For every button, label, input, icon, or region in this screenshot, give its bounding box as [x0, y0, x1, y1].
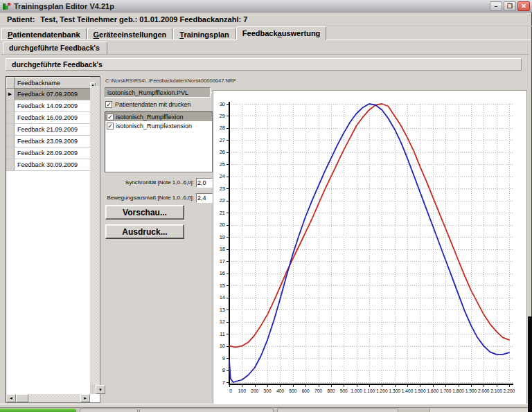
chart-ticks — [227, 105, 510, 388]
tab-geraeteeinstellungen[interactable]: Geräteeinstellungen — [87, 28, 173, 40]
chart-axes — [229, 102, 513, 384]
taskbar — [0, 407, 532, 412]
svg-text:9: 9 — [222, 355, 225, 361]
start-button[interactable] — [0, 409, 76, 412]
print-checkbox-label: Patientendaten mit drucken — [115, 101, 191, 108]
svg-text:1.900: 1.900 — [466, 388, 477, 393]
horizontal-scroll-track[interactable] — [28, 394, 80, 402]
feedback-row-label: Feedback 07.09.2009 — [15, 89, 90, 100]
feedback-list: Feedbackname ▶Feedback 07.09.2009Feedbac… — [6, 76, 100, 403]
row-marker-cell — [6, 159, 15, 170]
svg-text:1.500: 1.500 — [414, 388, 426, 393]
tab-durchgefuehrte-feedbacks[interactable]: durchgeführte Feedback's — [3, 42, 107, 54]
feedback-row[interactable]: Feedback 21.09.2009 — [6, 124, 90, 136]
svg-text:20: 20 — [220, 222, 225, 228]
measurement-checkbox[interactable]: ✓ — [107, 123, 114, 129]
vorschau-button[interactable]: Vorschau... — [105, 205, 184, 220]
svg-text:25: 25 — [220, 161, 225, 168]
tab-trainingsplan[interactable]: Trainingsplan — [173, 28, 236, 40]
svg-text:600: 600 — [302, 388, 310, 393]
taskbar-button[interactable] — [277, 409, 398, 412]
titlebar[interactable]: Trainingsplan Editor V4.21p – ❐ ✕ — [0, 0, 532, 12]
svg-text:7: 7 — [222, 379, 225, 386]
svg-text:1.000: 1.000 — [351, 388, 362, 393]
feedback-row[interactable]: Feedback 30.09.2009 — [6, 159, 90, 171]
horizontal-scroll-thumb[interactable] — [16, 394, 28, 402]
measurement-list: ✓isotonisch_Rumpfflexion✓isotonisch_Rump… — [105, 111, 213, 172]
svg-text:24: 24 — [220, 173, 225, 179]
svg-text:1.200: 1.200 — [376, 388, 388, 393]
svg-text:8: 8 — [222, 367, 225, 373]
close-icon[interactable]: ✕ — [517, 1, 530, 11]
svg-text:10: 10 — [220, 343, 225, 349]
feedback-row[interactable]: Feedback 28.09.2009 — [6, 147, 90, 159]
print-checkbox[interactable]: ✓ — [105, 101, 112, 108]
svg-text:2.100: 2.100 — [490, 388, 502, 393]
scroll-down-icon[interactable]: ▼ — [96, 385, 105, 394]
minimize-icon[interactable]: – — [490, 1, 502, 11]
vertical-scrollbar[interactable]: ▲ ▼ — [90, 77, 100, 394]
svg-text:23: 23 — [220, 186, 225, 192]
maximize-icon[interactable]: ❐ — [504, 1, 516, 11]
row-marker-cell — [6, 124, 15, 135]
marker-column-header — [6, 77, 15, 89]
feedback-list-body: ▶Feedback 07.09.2009Feedback 14.09.2009F… — [6, 89, 90, 394]
synchronitaet-input[interactable] — [196, 178, 213, 188]
scroll-right-icon[interactable]: ► — [80, 394, 90, 402]
feedback-row[interactable]: Feedback 14.09.2009 — [6, 100, 90, 112]
taskbar-button[interactable] — [139, 409, 274, 412]
svg-text:1.300: 1.300 — [389, 388, 400, 393]
measurement-item[interactable]: ✓isotonisch_Rumpfextension — [105, 121, 212, 130]
horizontal-scrollbar[interactable]: ◄ ► — [6, 394, 90, 402]
column-header-feedbackname: Feedbackname — [15, 77, 90, 89]
patient-value: Test, Test Teilnehmer geb.: 01.01.2009 F… — [40, 15, 247, 24]
svg-text:19: 19 — [220, 234, 225, 240]
row-marker-cell — [6, 100, 15, 111]
row-marker-cell — [6, 112, 15, 123]
feedback-row-label: Feedback 21.09.2009 — [15, 124, 90, 135]
row-marker-cell — [6, 136, 15, 147]
x-axis-labels: 01002003004005006007008009001.0001.1001.… — [229, 388, 515, 393]
svg-text:200: 200 — [251, 388, 258, 393]
svg-text:30: 30 — [220, 101, 225, 107]
feedback-row[interactable]: Feedback 23.09.2009 — [6, 136, 90, 147]
selected-pvl-file[interactable]: isotonisch_Rumpfflexion.PVL — [105, 87, 211, 98]
svg-text:28: 28 — [220, 125, 225, 131]
svg-text:15: 15 — [220, 283, 225, 289]
chart-grid — [229, 104, 513, 383]
feedback-row[interactable]: ▶Feedback 07.09.2009 — [6, 89, 90, 100]
svg-text:14: 14 — [220, 294, 225, 301]
svg-text:800: 800 — [327, 388, 335, 393]
measurement-label: isotonisch_Rumpfextension — [116, 123, 192, 129]
tab-patientendatenbank[interactable]: Patientendatenbank — [1, 28, 87, 40]
scroll-left-icon[interactable]: ◄ — [6, 394, 16, 402]
svg-text:500: 500 — [289, 388, 296, 393]
feedback-chart: 7891011121314151617181920212223242526272… — [213, 91, 526, 404]
feedback-row-label: Feedback 30.09.2009 — [15, 159, 90, 170]
bewegungsausmass-input[interactable] — [196, 193, 213, 203]
selected-row-marker-icon: ▶ — [6, 89, 15, 100]
svg-text:1.400: 1.400 — [402, 388, 414, 393]
measurement-item[interactable]: ✓isotonisch_Rumpfflexion — [105, 112, 212, 121]
svg-text:29: 29 — [220, 113, 225, 119]
svg-text:12: 12 — [220, 319, 225, 325]
taskbar-button[interactable] — [80, 409, 138, 412]
window-title: Trainingsplan Editor V4.21p — [14, 2, 490, 10]
subtab-divider — [1, 54, 529, 55]
measurement-checkbox[interactable]: ✓ — [107, 114, 114, 120]
feedback-list-header: Feedbackname — [6, 77, 90, 89]
feedback-row-label: Feedback 14.09.2009 — [15, 100, 90, 111]
vertical-scroll-track[interactable] — [90, 86, 100, 385]
feedback-row[interactable]: Feedback 16.09.2009 — [6, 112, 90, 124]
taskbar-tray — [429, 409, 532, 412]
svg-text:18: 18 — [220, 246, 225, 252]
svg-text:300: 300 — [264, 388, 272, 393]
ausdruck-button[interactable]: Ausdruck... — [105, 224, 184, 239]
svg-text:1.100: 1.100 — [364, 388, 375, 393]
svg-text:2.200: 2.200 — [504, 388, 515, 393]
section-header: durchgeführte Feedback's — [6, 58, 522, 71]
tab-feedbackauswertung[interactable]: Feedbackauswertung — [236, 26, 327, 40]
app-icon — [2, 1, 11, 10]
bewegungsausmass-label: Bewegungsausmaß [Note 1,0..6,0]: — [107, 195, 194, 201]
measurement-label: isotonisch_Rumpfflexion — [116, 114, 183, 120]
